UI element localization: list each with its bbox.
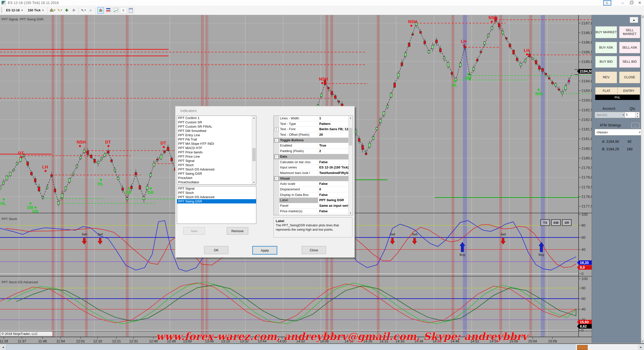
horizontal-scrollbar[interactable]: ◀ ▶ xyxy=(0,343,644,350)
add-marker-icon[interactable]: ✚ xyxy=(64,7,70,13)
toggle-sw-button[interactable]: SW xyxy=(551,219,561,226)
chart-trader-toggle-icon[interactable] xyxy=(97,7,104,14)
property-value[interactable]: Pattern xyxy=(318,121,349,127)
property-value[interactable]: False xyxy=(318,192,349,198)
property-row[interactable]: EnabledTrue xyxy=(274,143,349,149)
instrument-dropdown[interactable]: ES 12-16▼ xyxy=(4,7,25,13)
property-row[interactable]: Text - TypePattern xyxy=(274,121,349,127)
grid-scroll-thumb[interactable] xyxy=(349,128,352,146)
expand-icon[interactable]: + xyxy=(275,127,278,131)
indicator-list-item[interactable]: PPT Swing DSR xyxy=(177,171,256,176)
property-category-row[interactable]: −Visual xyxy=(274,176,349,182)
atm-strategy-dropdown[interactable]: <None>▼ xyxy=(595,129,643,135)
sell-market-button[interactable]: SELL MARKET xyxy=(619,26,640,38)
dollar-icon[interactable]: $ xyxy=(120,7,127,14)
property-value[interactable]: Same as input series xyxy=(318,203,349,208)
property-row[interactable]: Displacement0 xyxy=(274,187,349,192)
property-row[interactable]: LabelPPT Swing DSR xyxy=(274,198,349,203)
list-scroll-down-icon[interactable]: ▼ xyxy=(252,180,256,184)
dom-icon[interactable] xyxy=(105,7,111,14)
configured-indicator-item[interactable]: PPT Signal xyxy=(177,186,256,191)
property-row[interactable]: +Text - FontBerlin Sans FB; 12pt xyxy=(274,127,349,132)
indicator-list-item[interactable]: PPT Stoch xyxy=(177,163,256,167)
property-row[interactable]: Lines - Width1 xyxy=(274,116,349,121)
scroll-down-icon[interactable]: ▼ xyxy=(641,339,644,343)
property-value[interactable]: 1 xyxy=(318,116,349,121)
close-position-button[interactable]: CLOSE xyxy=(619,72,640,83)
indicator-list-item[interactable]: PPT Custom SR xyxy=(177,120,256,124)
ok-button[interactable]: OK xyxy=(204,246,228,254)
property-row[interactable]: Text - Offset (Pixels)20 xyxy=(274,132,349,138)
close-icon[interactable]: ✕ xyxy=(635,0,644,5)
close-button[interactable]: Close xyxy=(302,246,326,254)
remove-marker-icon[interactable]: ✚ xyxy=(71,7,77,13)
indicator-list-item[interactable]: PPT MA Slope HTF INDI xyxy=(177,142,256,146)
toggle-tx-button[interactable]: TX xyxy=(540,219,550,226)
buy-market-button[interactable]: BUY MARKET xyxy=(595,26,617,38)
property-value[interactable]: False xyxy=(318,181,349,187)
property-row[interactable]: Padding (Pixels)2 xyxy=(274,149,349,154)
atm-more-button[interactable]: ... xyxy=(631,123,640,128)
scroll-right-icon[interactable]: ▶ xyxy=(638,344,644,350)
quantity-stepper[interactable]: 1 ▲▼ xyxy=(625,112,640,118)
expand-icon[interactable]: − xyxy=(275,138,278,142)
property-row[interactable]: Calculate on bar closFalse xyxy=(274,160,349,165)
available-list-scrollbar[interactable]: ▲ ▼ xyxy=(252,116,256,184)
expand-icon[interactable]: − xyxy=(275,155,278,159)
link-button[interactable]: L xyxy=(603,0,611,6)
indicator-list-item[interactable]: PPT Fib Trail xyxy=(177,137,256,142)
restore-icon[interactable] xyxy=(627,0,635,5)
indicator-list-item[interactable]: PriceAlert xyxy=(177,176,256,180)
property-row[interactable]: Input seriesES 12-16 (150 Tick) xyxy=(274,165,349,170)
property-row[interactable]: Scale justificationRight xyxy=(274,214,349,215)
calculator-icon[interactable] xyxy=(128,7,134,14)
property-value[interactable]: 2 xyxy=(318,149,349,154)
property-grid-scrollbar[interactable]: ▲ ▼ xyxy=(348,116,353,215)
indicator-list-item[interactable]: PPT Confirm 1 xyxy=(177,116,256,120)
expand-icon[interactable]: − xyxy=(275,177,278,180)
indicator-list-item[interactable]: PPT Custom SR FINAL xyxy=(177,124,256,129)
chart-style-icon[interactable]: ▼ xyxy=(50,7,56,13)
property-row[interactable]: PanelSame as input series xyxy=(274,203,349,209)
vertical-scrollbar[interactable]: ▲ ▼ xyxy=(641,15,644,343)
configured-indicator-item[interactable]: PPT Stoch xyxy=(177,191,256,195)
sell-ask-button[interactable]: SELL ASK xyxy=(619,42,640,53)
scroll-range-marker[interactable] xyxy=(577,345,588,350)
indicator-list-item[interactable]: PPT Entry Line xyxy=(177,133,256,137)
indicator-list-item[interactable]: PPT Stoch DS Advanced xyxy=(177,167,256,171)
toggle-sr-button[interactable]: SR xyxy=(562,219,572,226)
toolbar-grip[interactable] xyxy=(1,7,2,13)
qty-down-icon[interactable]: ▼ xyxy=(635,115,639,118)
indicator-list-item[interactable]: PPT Price Line xyxy=(177,154,256,159)
property-value[interactable]: False xyxy=(318,160,349,165)
property-value[interactable]: 20 xyxy=(318,132,349,137)
account-dropdown[interactable]: Sim101▼ xyxy=(595,112,626,118)
drawing-tools-icon[interactable]: ✎▼ xyxy=(57,7,63,13)
new-button[interactable]: New xyxy=(183,227,205,235)
cursor-icon[interactable]: ↖▼ xyxy=(80,7,87,13)
scroll-left-icon[interactable]: ◀ xyxy=(0,344,6,350)
zoom-icon[interactable]: ⌕ xyxy=(88,7,94,13)
list-scroll-thumb[interactable] xyxy=(252,148,256,161)
interval-dropdown[interactable]: 150 Tick▼ xyxy=(25,7,46,13)
hscroll-thumb[interactable] xyxy=(6,344,576,350)
property-value[interactable]: TwoHundredFiftySix xyxy=(318,170,349,176)
remove-button[interactable]: Remove xyxy=(227,227,248,235)
property-row[interactable]: Price marker(s)False xyxy=(274,209,349,214)
property-value[interactable]: False xyxy=(318,209,349,214)
grid-scroll-up-icon[interactable]: ▲ xyxy=(349,116,352,120)
property-category-row[interactable]: −Data xyxy=(274,154,349,160)
property-row[interactable]: Auto scaleFalse xyxy=(274,181,349,187)
qty-up-icon[interactable]: ▲ xyxy=(635,112,639,115)
property-category-row[interactable]: −Toggle Buttons xyxy=(274,138,349,143)
buy-bid-button[interactable]: BUY BID xyxy=(595,56,617,68)
property-value[interactable]: PPT Swing DSR xyxy=(318,198,349,203)
indicator-list-item[interactable]: PPT Price bands xyxy=(177,150,256,154)
entry-button[interactable]: ENTRY xyxy=(617,87,640,95)
property-value[interactable]: 0 xyxy=(318,187,349,192)
minimize-icon[interactable]: ─ xyxy=(618,0,627,5)
apply-button[interactable]: Apply xyxy=(252,246,277,255)
indicator-list-item[interactable]: PriceOscillator xyxy=(177,180,256,184)
collapse-trader-icon[interactable]: ▲ xyxy=(630,17,638,23)
property-row[interactable]: Maximum bars look lTwoHundredFiftySix xyxy=(274,170,349,176)
